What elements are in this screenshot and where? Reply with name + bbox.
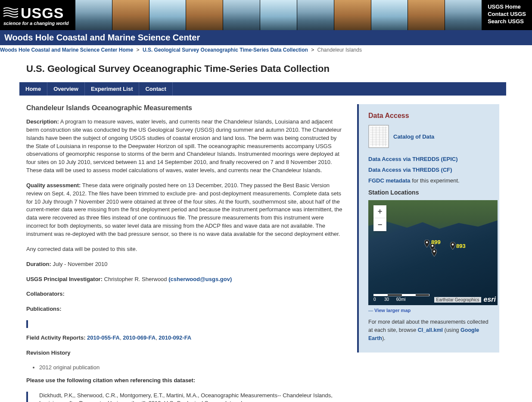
far-link-2[interactable]: 2010-069-FA <box>123 334 156 341</box>
map-pin[interactable] <box>424 240 429 247</box>
crumb-current: Chandeleur Islands <box>317 47 362 53</box>
duration-label: Duration: <box>26 261 51 267</box>
map-pin[interactable] <box>450 242 455 250</box>
data-access-heading: Data Access <box>368 112 490 120</box>
quality-label: Quality assessment: <box>26 182 81 189</box>
usgs-logo[interactable]: USGS science for a changing world <box>0 0 75 30</box>
breadcrumb: Woods Hole Coastal and Marine Science Ce… <box>0 45 532 55</box>
pi-line: USGS Principal Investigator: Christopher… <box>26 275 344 284</box>
revision-label: Revision History <box>26 349 71 356</box>
pi-email-link[interactable]: (csherwood@usgs.gov) <box>168 276 232 282</box>
logo-text: USGS <box>21 5 64 22</box>
map-attribution: Earthstar Geographics esri <box>434 296 496 303</box>
fgdc-suffix: for this experiment. <box>411 177 460 184</box>
contact-usgs-link[interactable]: Contact USGS <box>488 11 526 17</box>
fgdc-line: FGDC metadata for this experiment. <box>368 177 490 184</box>
citation-block: Dickhudt, P.K,, Sherwood, C.R., Montgome… <box>26 392 344 402</box>
description-text: A program to measure waves, water levels… <box>26 118 342 173</box>
nav-experiment-list[interactable]: Experiment List <box>85 82 140 96</box>
quality-text: These data were originally posted here o… <box>26 182 342 237</box>
revision-history-line: Revision History <box>26 349 344 357</box>
svg-point-17 <box>426 241 428 243</box>
publications-line: Publications: <box>26 305 344 313</box>
earthstar-label: Earthstar Geographics <box>434 297 481 303</box>
map-pin-label: 893 <box>456 243 466 249</box>
station-map[interactable]: + − 899893 0 30 60mi Earthstar Geographi… <box>368 200 498 305</box>
zoom-in-button[interactable]: + <box>373 205 386 218</box>
pi-label: USGS Principal Investigator: <box>26 276 103 282</box>
sidebar: Data Access Catalog of Data Data Access … <box>357 104 499 353</box>
logo-tagline: science for a changing world <box>3 21 72 26</box>
publications-label: Publications: <box>26 306 62 312</box>
fgdc-link[interactable]: FGDC metadata <box>368 177 411 184</box>
revision-item: 2012 original publication <box>39 364 344 371</box>
nav-home[interactable]: Home <box>19 82 47 96</box>
station-locations-heading: Station Locations <box>368 189 490 196</box>
crumb-collection[interactable]: U.S. Geological Survey Oceanographic Tim… <box>143 47 308 53</box>
top-links: USGS Home Contact USGS Search USGS <box>482 0 532 30</box>
map-zoom-controls: + − <box>373 205 386 231</box>
publications-block <box>26 320 344 328</box>
banner-photos <box>75 0 482 30</box>
more-detail-para: For more detail about the measurements c… <box>368 318 490 342</box>
citation-text: Dickhudt, P.K,, Sherwood, C.R., Montgome… <box>39 392 333 402</box>
description-para: Description: A program to measure waves,… <box>26 118 344 175</box>
zoom-out-button[interactable]: − <box>373 218 386 231</box>
crumb-home[interactable]: Woods Hole Coastal and Marine Science Ce… <box>0 47 133 53</box>
far-label: Field Activity Reports: <box>26 334 87 341</box>
citation-label: Please use the following citation when r… <box>26 377 195 383</box>
collaborators-line: Collaborators: <box>26 290 344 298</box>
citation-label-line: Please use the following citation when r… <box>26 377 344 385</box>
map-pin-label: 899 <box>431 239 441 245</box>
field-activity-line: Field Activity Reports: 2010-055-FA, 201… <box>26 334 344 342</box>
search-usgs-link[interactable]: Search USGS <box>488 18 526 25</box>
catalog-link[interactable]: Catalog of Data <box>393 133 434 140</box>
esri-logo: esri <box>484 296 496 303</box>
site-title-bar: Woods Hole Coastal and Marine Science Ce… <box>0 30 532 45</box>
duration-line: Duration: July - November 2010 <box>26 260 344 269</box>
page-title: U.S. Geological Survey Oceanographic Tim… <box>26 63 506 74</box>
description-label: Description: <box>26 118 59 125</box>
main-content: Chandeleur Islands Oceanographic Measure… <box>26 104 344 402</box>
quality-para: Quality assessment: These data were orig… <box>26 182 344 238</box>
nav-overview[interactable]: Overview <box>47 82 85 96</box>
thredds-cf-link[interactable]: Data Access via THREDDS (CF) <box>368 167 490 173</box>
map-pin[interactable] <box>432 249 437 257</box>
revision-list: 2012 original publication <box>39 364 344 371</box>
far-link-3[interactable]: 2010-092-FA <box>159 334 191 341</box>
top-banner: USGS science for a changing world USGS H… <box>0 0 532 30</box>
experiment-heading: Chandeleur Islands Oceanographic Measure… <box>26 104 344 112</box>
main-nav: Home Overview Experiment List Contact <box>19 82 506 96</box>
map-scale: 0 30 60mi <box>373 294 429 302</box>
far-link-1[interactable]: 2010-055-FA <box>87 334 120 341</box>
svg-point-19 <box>433 250 435 252</box>
view-larger-map-link[interactable]: View larger map <box>374 308 411 313</box>
catalog-of-data[interactable]: Catalog of Data <box>368 125 490 148</box>
svg-point-20 <box>452 244 454 245</box>
thredds-epic-link[interactable]: Data Access via THREDDS (EPIC) <box>368 156 490 162</box>
usgs-wave-icon <box>3 7 18 19</box>
kml-link[interactable]: CI_all.kml <box>418 327 443 333</box>
collaborators-label: Collaborators: <box>26 291 65 297</box>
nav-contact[interactable]: Contact <box>139 82 172 96</box>
view-larger-line: — View larger map <box>368 308 490 313</box>
pi-name: Christopher R. Sherwood <box>103 276 168 282</box>
usgs-home-link[interactable]: USGS Home <box>488 3 526 10</box>
duration-text: July - November 2010 <box>51 261 108 267</box>
corrected-note: Any corrected data will be posted to thi… <box>26 245 344 254</box>
catalog-icon <box>368 125 389 148</box>
